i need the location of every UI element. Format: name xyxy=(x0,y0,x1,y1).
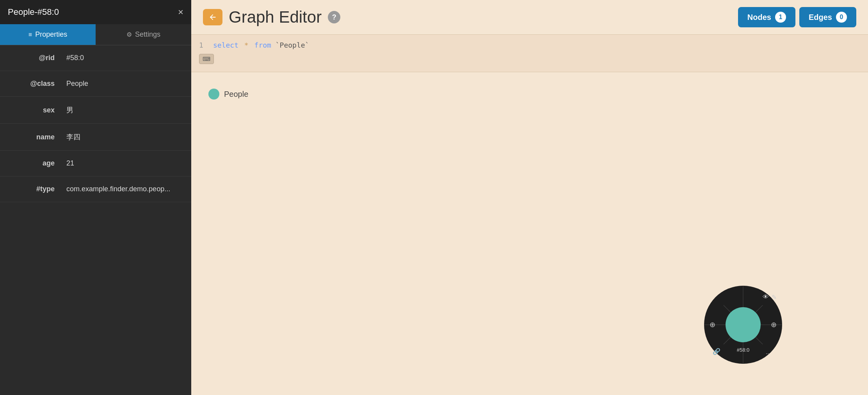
main-area: Graph Editor ? Nodes 1 Edges 0 1 select … xyxy=(191,0,868,395)
top-bar-right: Nodes 1 Edges 0 xyxy=(738,7,856,27)
page-title: Graph Editor xyxy=(229,8,322,27)
property-value-name: 李四 xyxy=(66,132,80,142)
help-icon[interactable]: ? xyxy=(328,11,340,23)
property-row-rid: @rid #58:0 xyxy=(0,45,191,71)
property-key-name: name xyxy=(12,133,66,141)
edit-icon[interactable]: ✎ xyxy=(772,294,777,301)
node-dot xyxy=(208,89,219,100)
tab-settings[interactable]: ⚙ Settings xyxy=(96,24,191,45)
nodes-count: 1 xyxy=(775,12,786,23)
tab-properties-label: Properties xyxy=(35,30,67,39)
property-value-rid: #58:0 xyxy=(66,54,84,62)
property-value-age: 21 xyxy=(66,159,74,167)
link-icon[interactable]: 🔗 xyxy=(713,348,720,355)
tab-properties[interactable]: ≡ Properties xyxy=(0,24,96,45)
gear-icon: ⚙ xyxy=(126,31,132,38)
property-key-age: age xyxy=(12,159,66,167)
query-line[interactable]: 1 select * from `People` xyxy=(191,39,868,51)
eye-icon[interactable]: 👁 xyxy=(763,294,769,301)
property-row-type: #type com.example.finder.demo.peop... xyxy=(0,176,191,202)
query-table: `People` xyxy=(271,41,309,49)
more-icon[interactable]: ... xyxy=(766,349,770,355)
line-number: 1 xyxy=(199,41,207,49)
context-circle-outer: #58:0 👁 ✎ ⊕ ⊕ 🔗 ... xyxy=(704,286,782,364)
tab-settings-label: Settings xyxy=(135,30,160,39)
add-right-icon[interactable]: ⊕ xyxy=(771,320,777,329)
query-toolbar: ⌨ xyxy=(191,51,868,67)
sidebar-title: People-#58:0 xyxy=(8,7,59,17)
property-value-class: People xyxy=(66,80,88,88)
edges-button[interactable]: Edges 0 xyxy=(799,7,856,27)
close-icon[interactable]: × xyxy=(178,7,183,17)
node-id-text: #58:0 xyxy=(737,347,750,353)
query-operator: * xyxy=(240,41,253,49)
top-bar: Graph Editor ? Nodes 1 Edges 0 xyxy=(191,0,868,34)
keyboard-icon: ⌨ xyxy=(203,56,210,62)
property-key-type: #type xyxy=(12,185,66,193)
node-label: People xyxy=(224,90,248,99)
node-id-label: #58:0 xyxy=(737,347,750,353)
hamburger-icon: ≡ xyxy=(28,31,32,38)
nodes-label: Nodes xyxy=(747,13,771,22)
back-arrow-icon xyxy=(208,13,217,21)
sidebar-header: People-#58:0 × xyxy=(0,0,191,24)
top-bar-left: Graph Editor ? xyxy=(203,8,340,27)
property-row-age: age 21 xyxy=(0,151,191,176)
property-key-class: @class xyxy=(12,80,66,88)
property-row-class: @class People xyxy=(0,71,191,97)
node-legend: People xyxy=(208,89,248,100)
edges-count: 0 xyxy=(836,12,847,23)
property-value-type: com.example.finder.demo.peop... xyxy=(66,185,170,193)
help-label: ? xyxy=(332,13,336,21)
context-menu[interactable]: #58:0 👁 ✎ ⊕ ⊕ 🔗 ... xyxy=(704,286,782,364)
property-key-rid: @rid xyxy=(12,54,66,62)
property-row-name: name 李四 xyxy=(0,124,191,151)
properties-panel: @rid #58:0 @class People sex 男 name 李四 a… xyxy=(0,45,191,395)
edges-label: Edges xyxy=(809,13,832,22)
node-circle[interactable] xyxy=(726,307,761,342)
graph-area[interactable]: People #58:0 👁 ✎ ⊕ ⊕ 🔗 xyxy=(191,72,868,395)
keyword-from: from xyxy=(254,41,271,49)
property-value-sex: 男 xyxy=(66,105,73,115)
back-button[interactable] xyxy=(203,9,222,25)
property-row-sex: sex 男 xyxy=(0,97,191,124)
sidebar: People-#58:0 × ≡ Properties ⚙ Settings @… xyxy=(0,0,191,395)
keyboard-button[interactable]: ⌨ xyxy=(199,54,214,64)
sidebar-tabs: ≡ Properties ⚙ Settings xyxy=(0,24,191,45)
property-key-sex: sex xyxy=(12,106,66,114)
query-section: 1 select * from `People` ⌨ xyxy=(191,34,868,72)
nodes-button[interactable]: Nodes 1 xyxy=(738,7,795,27)
add-left-icon[interactable]: ⊕ xyxy=(710,320,715,329)
keyword-select: select xyxy=(213,41,238,49)
